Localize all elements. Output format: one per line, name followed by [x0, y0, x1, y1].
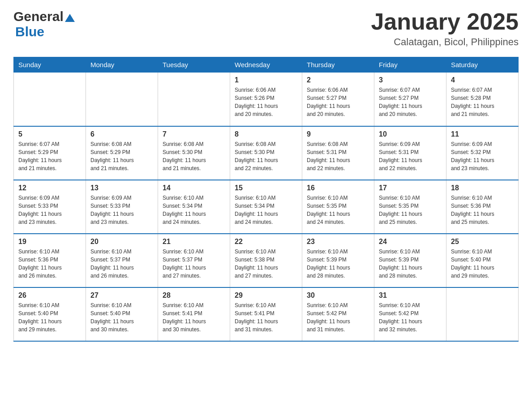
header-sunday: Sunday	[14, 57, 86, 73]
calendar-cell: 18Sunrise: 6:10 AM Sunset: 5:36 PM Dayli…	[446, 180, 519, 234]
day-info: Sunrise: 6:09 AM Sunset: 5:32 PM Dayligh…	[451, 140, 514, 172]
calendar-cell: 8Sunrise: 6:08 AM Sunset: 5:30 PM Daylig…	[230, 126, 302, 180]
calendar-cell	[86, 73, 158, 126]
calendar-table: SundayMondayTuesdayWednesdayThursdayFrid…	[13, 57, 519, 342]
day-info: Sunrise: 6:08 AM Sunset: 5:31 PM Dayligh…	[307, 140, 369, 172]
day-info: Sunrise: 6:06 AM Sunset: 5:27 PM Dayligh…	[307, 86, 369, 118]
header-wednesday: Wednesday	[230, 57, 302, 73]
calendar-cell: 27Sunrise: 6:10 AM Sunset: 5:40 PM Dayli…	[86, 287, 158, 341]
calendar-cell: 7Sunrise: 6:08 AM Sunset: 5:30 PM Daylig…	[158, 126, 230, 180]
svg-marker-0	[65, 14, 75, 22]
calendar-subtitle: Calatagan, Bicol, Philippines	[371, 36, 519, 48]
week-row-1: 1Sunrise: 6:06 AM Sunset: 5:26 PM Daylig…	[14, 73, 519, 126]
day-info: Sunrise: 6:10 AM Sunset: 5:38 PM Dayligh…	[235, 248, 297, 280]
week-row-5: 26Sunrise: 6:10 AM Sunset: 5:40 PM Dayli…	[14, 287, 519, 341]
day-number: 23	[307, 238, 369, 246]
calendar-cell: 24Sunrise: 6:10 AM Sunset: 5:39 PM Dayli…	[374, 234, 446, 287]
calendar-cell: 3Sunrise: 6:07 AM Sunset: 5:27 PM Daylig…	[374, 73, 446, 126]
calendar-cell: 17Sunrise: 6:10 AM Sunset: 5:35 PM Dayli…	[374, 180, 446, 234]
calendar-cell: 1Sunrise: 6:06 AM Sunset: 5:26 PM Daylig…	[230, 73, 302, 126]
day-info: Sunrise: 6:06 AM Sunset: 5:26 PM Dayligh…	[235, 86, 297, 118]
day-info: Sunrise: 6:10 AM Sunset: 5:36 PM Dayligh…	[18, 248, 81, 280]
day-info: Sunrise: 6:10 AM Sunset: 5:42 PM Dayligh…	[307, 301, 369, 334]
day-info: Sunrise: 6:10 AM Sunset: 5:40 PM Dayligh…	[451, 248, 514, 280]
day-number: 4	[451, 76, 514, 84]
day-info: Sunrise: 6:10 AM Sunset: 5:39 PM Dayligh…	[307, 248, 369, 280]
calendar-cell: 19Sunrise: 6:10 AM Sunset: 5:36 PM Dayli…	[14, 234, 86, 287]
calendar-cell: 28Sunrise: 6:10 AM Sunset: 5:41 PM Dayli…	[158, 287, 230, 341]
day-info: Sunrise: 6:10 AM Sunset: 5:35 PM Dayligh…	[307, 194, 369, 226]
day-info: Sunrise: 6:07 AM Sunset: 5:27 PM Dayligh…	[379, 86, 442, 118]
calendar-cell: 29Sunrise: 6:10 AM Sunset: 5:41 PM Dayli…	[230, 287, 302, 341]
day-info: Sunrise: 6:10 AM Sunset: 5:34 PM Dayligh…	[235, 194, 297, 226]
day-info: Sunrise: 6:10 AM Sunset: 5:37 PM Dayligh…	[90, 248, 153, 280]
day-number: 20	[90, 238, 153, 246]
calendar-cell	[158, 73, 230, 126]
day-info: Sunrise: 6:07 AM Sunset: 5:29 PM Dayligh…	[18, 140, 81, 172]
calendar-cell: 2Sunrise: 6:06 AM Sunset: 5:27 PM Daylig…	[302, 73, 374, 126]
calendar-cell: 16Sunrise: 6:10 AM Sunset: 5:35 PM Dayli…	[302, 180, 374, 234]
day-info: Sunrise: 6:10 AM Sunset: 5:36 PM Dayligh…	[451, 194, 514, 226]
day-number: 22	[235, 238, 297, 246]
day-number: 14	[163, 184, 225, 192]
day-number: 11	[451, 130, 514, 138]
day-number: 8	[235, 130, 297, 138]
calendar-cell: 13Sunrise: 6:09 AM Sunset: 5:33 PM Dayli…	[86, 180, 158, 234]
day-info: Sunrise: 6:10 AM Sunset: 5:41 PM Dayligh…	[163, 301, 225, 334]
day-number: 6	[90, 130, 153, 138]
title-section: January 2025 Calatagan, Bicol, Philippin…	[371, 9, 519, 48]
day-number: 21	[163, 238, 225, 246]
calendar-cell: 21Sunrise: 6:10 AM Sunset: 5:37 PM Dayli…	[158, 234, 230, 287]
day-number: 26	[18, 291, 81, 300]
header-thursday: Thursday	[302, 57, 374, 73]
day-number: 27	[90, 291, 153, 300]
day-info: Sunrise: 6:10 AM Sunset: 5:35 PM Dayligh…	[379, 194, 442, 226]
calendar-cell: 9Sunrise: 6:08 AM Sunset: 5:31 PM Daylig…	[302, 126, 374, 180]
logo-blue-text: Blue	[15, 24, 44, 39]
page-header: General Blue January 2025 Calatagan, Bic…	[13, 9, 519, 48]
header-saturday: Saturday	[446, 57, 519, 73]
calendar-cell: 4Sunrise: 6:07 AM Sunset: 5:28 PM Daylig…	[446, 73, 519, 126]
day-info: Sunrise: 6:09 AM Sunset: 5:33 PM Dayligh…	[18, 194, 81, 226]
day-info: Sunrise: 6:08 AM Sunset: 5:29 PM Dayligh…	[90, 140, 153, 172]
day-number: 2	[307, 76, 369, 84]
day-number: 7	[163, 130, 225, 138]
day-number: 29	[235, 291, 297, 300]
day-info: Sunrise: 6:10 AM Sunset: 5:34 PM Dayligh…	[163, 194, 225, 226]
calendar-cell	[446, 287, 519, 341]
calendar-cell: 11Sunrise: 6:09 AM Sunset: 5:32 PM Dayli…	[446, 126, 519, 180]
day-number: 16	[307, 184, 369, 192]
day-number: 24	[379, 238, 442, 246]
header-friday: Friday	[374, 57, 446, 73]
day-info: Sunrise: 6:09 AM Sunset: 5:31 PM Dayligh…	[379, 140, 442, 172]
calendar-cell: 26Sunrise: 6:10 AM Sunset: 5:40 PM Dayli…	[14, 287, 86, 341]
day-number: 3	[379, 76, 442, 84]
calendar-cell: 22Sunrise: 6:10 AM Sunset: 5:38 PM Dayli…	[230, 234, 302, 287]
calendar-cell: 23Sunrise: 6:10 AM Sunset: 5:39 PM Dayli…	[302, 234, 374, 287]
day-number: 13	[90, 184, 153, 192]
day-info: Sunrise: 6:08 AM Sunset: 5:30 PM Dayligh…	[235, 140, 297, 172]
calendar-header-row: SundayMondayTuesdayWednesdayThursdayFrid…	[14, 57, 519, 73]
day-number: 17	[379, 184, 442, 192]
day-number: 5	[18, 130, 81, 138]
day-number: 1	[235, 76, 297, 84]
calendar-cell	[14, 73, 86, 126]
calendar-title: January 2025	[371, 9, 519, 34]
day-info: Sunrise: 6:08 AM Sunset: 5:30 PM Dayligh…	[163, 140, 225, 172]
header-tuesday: Tuesday	[158, 57, 230, 73]
calendar-cell: 20Sunrise: 6:10 AM Sunset: 5:37 PM Dayli…	[86, 234, 158, 287]
calendar-cell: 10Sunrise: 6:09 AM Sunset: 5:31 PM Dayli…	[374, 126, 446, 180]
calendar-cell: 30Sunrise: 6:10 AM Sunset: 5:42 PM Dayli…	[302, 287, 374, 341]
day-info: Sunrise: 6:10 AM Sunset: 5:40 PM Dayligh…	[18, 301, 81, 334]
calendar-cell: 25Sunrise: 6:10 AM Sunset: 5:40 PM Dayli…	[446, 234, 519, 287]
logo-general-text: General	[13, 9, 64, 24]
week-row-2: 5Sunrise: 6:07 AM Sunset: 5:29 PM Daylig…	[14, 126, 519, 180]
day-info: Sunrise: 6:10 AM Sunset: 5:39 PM Dayligh…	[379, 248, 442, 280]
calendar-cell: 12Sunrise: 6:09 AM Sunset: 5:33 PM Dayli…	[14, 180, 86, 234]
day-info: Sunrise: 6:10 AM Sunset: 5:40 PM Dayligh…	[90, 301, 153, 334]
day-info: Sunrise: 6:10 AM Sunset: 5:42 PM Dayligh…	[379, 301, 442, 334]
calendar-cell: 5Sunrise: 6:07 AM Sunset: 5:29 PM Daylig…	[14, 126, 86, 180]
day-number: 25	[451, 238, 514, 246]
calendar-cell: 31Sunrise: 6:10 AM Sunset: 5:42 PM Dayli…	[374, 287, 446, 341]
day-number: 28	[163, 291, 225, 300]
